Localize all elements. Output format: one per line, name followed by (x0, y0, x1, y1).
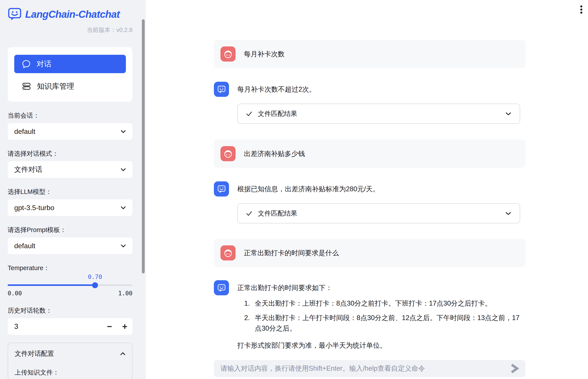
user-message-text: 每月补卡次数 (244, 49, 285, 59)
file-match-expander[interactable]: 文件匹配结果 (237, 203, 520, 223)
temperature-slider-track[interactable] (8, 284, 133, 286)
assistant-message: 正常出勤打卡的时间要求如下： 全天出勤打卡：上班打卡：8点30分之前打卡。下班打… (214, 280, 525, 351)
assistant-answer-footer: 打卡形式按部门要求为准，最小半天为统计单位。 (237, 340, 525, 351)
increment-button[interactable]: + (117, 318, 133, 335)
assistant-avatar (214, 181, 229, 196)
person-face-icon (223, 248, 233, 258)
chat-bubble-smiley-icon (217, 184, 226, 194)
chat-bubble-smiley-icon (217, 283, 226, 293)
assistant-message-text: 根据已知信息，出差济南补贴标准为280元/天。 (237, 185, 525, 194)
chat-bubble-smiley-icon (217, 85, 226, 94)
user-message-text: 正常出勤打卡的时间要求是什么 (244, 248, 339, 258)
file-dialog-config-header[interactable]: 文件对话配置 (15, 349, 125, 358)
session-label: 当前会话： (8, 111, 133, 120)
version-label: 当前版本：v0.2.8 (8, 26, 133, 34)
nav-card: 对话 知识库管理 (8, 47, 133, 102)
app-title: LangChain-Chatchat (25, 8, 120, 20)
upload-files-label: 上传知识文件： (15, 368, 125, 377)
list-item: 全天出勤打卡：上班打卡：8点30分之前打卡。下班打卡：17点30分之后打卡。 (252, 298, 525, 309)
assistant-avatar (214, 82, 229, 97)
chat-bubble-icon (22, 59, 31, 69)
prompt-template-select[interactable]: default (8, 237, 133, 254)
chat-bubble-logo-icon (8, 7, 22, 21)
list-item: 半天出勤打卡：上午打卡时间段：8点30分之前、12点之后。下午时间段：13点之前… (252, 313, 525, 334)
assistant-avatar (214, 280, 229, 295)
llm-model-select-value: gpt-3.5-turbo (14, 204, 54, 212)
llm-model-select[interactable]: gpt-3.5-turbo (8, 199, 133, 216)
history-rounds-label: 历史对话轮数： (8, 306, 133, 315)
chat-input[interactable] (220, 364, 510, 372)
assistant-message-text: 正常出勤打卡的时间要求如下： (237, 283, 525, 292)
dialog-mode-label: 请选择对话模式： (8, 149, 133, 158)
chevron-down-icon (121, 168, 126, 171)
temperature-label: Temperature： (8, 264, 133, 272)
check-icon (246, 111, 252, 116)
file-dialog-config-title: 文件对话配置 (15, 349, 54, 358)
kebab-menu-icon[interactable] (579, 5, 583, 15)
database-stack-icon (22, 81, 31, 91)
user-message: 出差济南补贴多少钱 (214, 140, 525, 168)
temperature-value: 0.70 (8, 273, 133, 281)
file-dialog-config-expander: 文件对话配置 上传知识文件： (8, 343, 133, 379)
history-rounds-input: 3 − + (8, 318, 133, 335)
send-icon (510, 363, 520, 374)
session-select[interactable]: default (8, 123, 133, 140)
check-icon (246, 211, 252, 216)
history-rounds-value[interactable]: 3 (8, 322, 102, 331)
temperature-slider-thumb[interactable] (92, 282, 98, 288)
file-match-expander[interactable]: 文件匹配结果 (237, 104, 520, 124)
send-button[interactable] (510, 363, 520, 374)
nav-knowledge-base-label: 知识库管理 (37, 81, 74, 91)
temperature-slider-fill (8, 284, 95, 286)
user-message: 每月补卡次数 (214, 40, 525, 68)
assistant-answer-list: 全天出勤打卡：上班打卡：8点30分之前打卡。下班打卡：17点30分之后打卡。 半… (237, 298, 525, 334)
user-avatar (220, 146, 236, 161)
prompt-template-select-value: default (14, 242, 35, 250)
user-message: 正常出勤打卡的时间要求是什么 (214, 239, 525, 267)
file-match-expander-label: 文件匹配结果 (258, 209, 297, 218)
temperature-min-label: 0.00 (8, 290, 22, 297)
assistant-message-text: 每月补卡次数不超过2次。 (237, 85, 525, 94)
chevron-down-icon (505, 212, 511, 215)
nav-knowledge-base-item[interactable]: 知识库管理 (14, 81, 126, 92)
assistant-message: 根据已知信息，出差济南补贴标准为280元/天。 文件匹配结果 (214, 181, 525, 223)
sidebar-scrollbar-thumb[interactable] (142, 19, 145, 273)
user-message-text: 出差济南补贴多少钱 (244, 149, 305, 158)
nav-dialog-button[interactable]: 对话 (14, 55, 126, 73)
person-face-icon (223, 149, 233, 158)
app-logo: LangChain-Chatchat (8, 0, 133, 21)
chevron-down-icon (505, 112, 511, 116)
chat-input-bar (214, 360, 525, 377)
user-avatar (220, 245, 236, 260)
chevron-down-icon (121, 130, 126, 133)
person-face-icon (223, 49, 233, 59)
chat-main-area: 每月补卡次数 每月补卡次数不超过2次。 文件匹配结果 (146, 0, 588, 379)
file-match-expander-label: 文件匹配结果 (258, 109, 297, 118)
nav-dialog-label: 对话 (37, 59, 51, 69)
llm-model-label: 选择LLM模型： (8, 188, 133, 196)
chevron-down-icon (121, 244, 126, 248)
decrement-button[interactable]: − (102, 318, 117, 335)
user-avatar (220, 47, 236, 62)
chevron-down-icon (121, 206, 126, 209)
session-select-value: default (14, 127, 35, 136)
prompt-template-label: 请选择Prompt模板： (8, 226, 133, 234)
temperature-slider: 0.70 0.00 1.00 (8, 273, 133, 297)
dialog-mode-select[interactable]: 文件对话 (8, 161, 133, 178)
dialog-mode-select-value: 文件对话 (14, 165, 42, 174)
sidebar: LangChain-Chatchat 当前版本：v0.2.8 对话 (0, 0, 146, 379)
chevron-up-icon (120, 352, 125, 355)
chat-column: 每月补卡次数 每月补卡次数不超过2次。 文件匹配结果 (214, 0, 525, 351)
assistant-message: 每月补卡次数不超过2次。 文件匹配结果 (214, 82, 525, 124)
temperature-max-label: 1.00 (118, 290, 133, 297)
